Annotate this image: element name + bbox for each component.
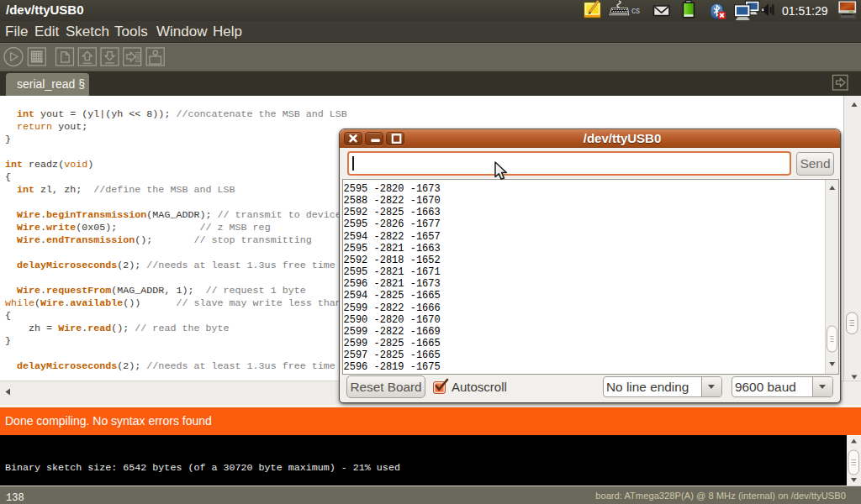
svg-text:cs: cs xyxy=(631,6,640,15)
